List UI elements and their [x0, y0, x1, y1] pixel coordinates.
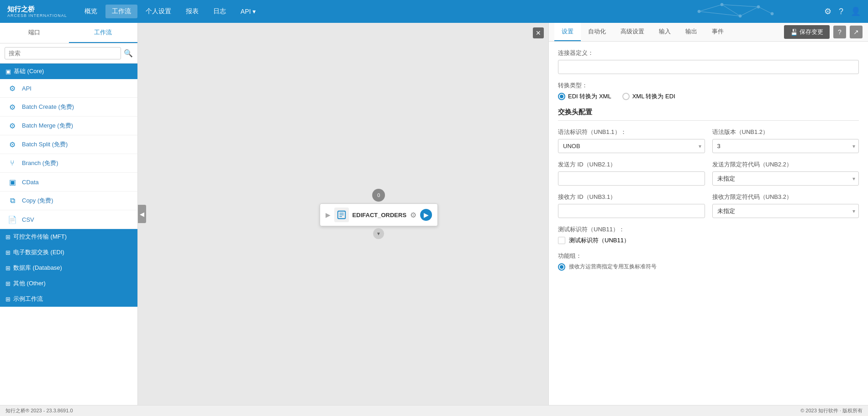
sidebar-item-branch[interactable]: ⑂ Branch (免费)	[0, 154, 137, 173]
sample-section-icon: ⊞	[5, 296, 11, 303]
sidebar-item-batch-merge[interactable]: ⚙ Batch Merge (免费)	[0, 117, 137, 135]
node-title: EDIFACT_ORDERS	[352, 212, 406, 219]
panel-tabs: 设置 自动化 高级设置 输入 输出 事件 💾 保存变更 ? ↗	[549, 23, 868, 42]
receiver-row: 接收方 ID（UNB3.1） 接收方限定符代码（UNB3.2） 未指定 ▾	[558, 193, 859, 225]
nav-api[interactable]: API ▾	[234, 5, 263, 18]
syntax-version-select[interactable]: 3	[712, 139, 859, 153]
panel-content: 连接器定义： 转换类型： EDI 转换为 XML XML 转换为 EDI	[549, 42, 868, 405]
sidebar-section-database[interactable]: ⊞ 数据库 (Database)	[0, 260, 137, 276]
tab-workflow[interactable]: 工作流	[69, 23, 138, 43]
batch-split-label: Batch Split (免费)	[22, 140, 68, 149]
branch-label: Branch (免费)	[22, 159, 58, 167]
tab-events[interactable]: 事件	[705, 23, 731, 41]
panel-external-button[interactable]: ↗	[850, 26, 863, 38]
sidebar-section-sample[interactable]: ⊞ 示例工作流	[0, 291, 137, 307]
panel-actions: 💾 保存变更 ? ↗	[784, 25, 863, 39]
receiver-id-field: 接收方 ID（UNB3.1）	[558, 193, 705, 218]
nav-overview[interactable]: 概览	[78, 5, 104, 18]
sidebar-item-cdata[interactable]: ▣ CData	[0, 173, 137, 192]
tab-input[interactable]: 输入	[652, 23, 678, 41]
edi-section-icon: ⊞	[5, 249, 11, 256]
syntax-id-select[interactable]: UNOB	[558, 139, 705, 153]
connector-input[interactable]	[558, 60, 859, 74]
gear-icon[interactable]: ⚙	[824, 6, 831, 16]
sidebar-section-other[interactable]: ⊞ 其他 (Other)	[0, 276, 137, 291]
tab-output[interactable]: 输出	[678, 23, 705, 41]
csv-label: CSV	[22, 216, 34, 223]
syntax-version-field: 语法版本（UNB1.2） 3 ▾	[712, 128, 859, 153]
syntax-id-select-wrapper: UNOB ▾	[558, 139, 705, 153]
syntax-row: 语法标识符（UNB1.1）： UNOB ▾ 语法版本（UNB1.2） 3	[558, 128, 859, 160]
radio-edi-to-xml[interactable]: EDI 转换为 XML	[558, 92, 611, 101]
sidebar-section-mft[interactable]: ⊞ 可控文件传输 (MFT)	[0, 229, 137, 245]
sidebar-item-batch-split[interactable]: ⚙ Batch Split (免费)	[0, 135, 137, 154]
save-changes-button[interactable]: 💾 保存变更	[784, 25, 830, 39]
tab-settings[interactable]: 设置	[554, 23, 581, 41]
radio-edi-xml-indicator	[558, 93, 565, 100]
sender-id-input[interactable]	[558, 171, 705, 186]
sender-qualifier-select-wrapper: 未指定 ▾	[712, 171, 859, 186]
nav-log[interactable]: 日志	[207, 5, 232, 18]
main-layout: 端口 工作流 🔍 ▣ 基础 (Core) ⚙ API ⚙ Batch Creat…	[0, 23, 868, 405]
nav-report[interactable]: 报表	[179, 5, 205, 18]
syntax-id-label: 语法标识符（UNB1.1）：	[558, 128, 705, 136]
canvas-toggle-button[interactable]: ◀	[138, 205, 146, 223]
batch-merge-icon: ⚙	[7, 121, 17, 131]
section-icon: ▣	[5, 68, 11, 75]
sidebar-section-edi[interactable]: ⊞ 电子数据交换 (EDI)	[0, 245, 137, 260]
receiver-id-input[interactable]	[558, 204, 705, 218]
sidebar-tabs: 端口 工作流	[0, 23, 137, 43]
receiver-qualifier-field: 接收方限定符代码（UNB3.2） 未指定 ▾	[712, 193, 859, 218]
test-indicator-field: 测试标识符（UNB11）： 测试标识符（UNB11）	[558, 225, 859, 245]
node-box[interactable]: ▶ EDIFACT_ORDERS ⚙ ▶	[320, 203, 438, 226]
functional-group-field: 功能组： 接收方运营商指定专用互换标准符号	[558, 252, 859, 271]
tab-automation[interactable]: 自动化	[581, 23, 613, 41]
sidebar-item-batch-create[interactable]: ⚙ Batch Create (免费)	[0, 98, 137, 117]
test-indicator-checkbox-item[interactable]: 测试标识符（UNB11）	[558, 236, 859, 245]
panel-help-button[interactable]: ?	[833, 26, 846, 38]
nav-personal-settings[interactable]: 个人设置	[139, 5, 178, 18]
node-expand-down-button[interactable]: ▾	[373, 228, 384, 239]
functional-group-label: 功能组：	[558, 252, 859, 260]
radio-xml-to-edi[interactable]: XML 转换为 EDI	[622, 92, 675, 101]
sidebar-item-api[interactable]: ⚙ API	[0, 79, 137, 98]
svg-line-8	[758, 7, 772, 14]
sender-id-label: 发送方 ID（UNB2.1）	[558, 160, 705, 169]
test-indicator-section-label: 测试标识符（UNB11）：	[558, 225, 859, 234]
receiver-qualifier-select[interactable]: 未指定	[712, 204, 859, 218]
canvas-close-button[interactable]: ✕	[533, 27, 544, 38]
sidebar-section-core[interactable]: ▣ 基础 (Core)	[0, 64, 137, 79]
receiver-qualifier-label: 接收方限定符代码（UNB3.2）	[712, 193, 859, 201]
node-next-button[interactable]: ▶	[420, 209, 432, 221]
node-bottom-connector: ▾	[320, 228, 438, 239]
logo-main: 知行之桥	[7, 5, 67, 13]
tab-advanced[interactable]: 高级设置	[613, 23, 652, 41]
functional-group-row: 接收方运营商指定专用互换标准符号	[558, 263, 859, 271]
user-icon[interactable]: 👤	[851, 6, 861, 16]
node-gear-icon[interactable]: ⚙	[410, 211, 416, 219]
node-badge: 0	[372, 189, 385, 202]
help-icon[interactable]: ?	[839, 7, 843, 16]
receiver-id-label: 接收方 ID（UNB3.1）	[558, 193, 705, 201]
section-label: 基础 (Core)	[14, 67, 44, 75]
sender-qualifier-select[interactable]: 未指定	[712, 171, 859, 186]
sidebar-item-csv[interactable]: 📄 CSV	[0, 210, 137, 229]
nav-workflow[interactable]: 工作流	[105, 5, 137, 18]
test-indicator-checkbox[interactable]	[558, 237, 565, 244]
transform-type-label: 转换类型：	[558, 81, 859, 90]
node-expand-icon[interactable]: ▶	[326, 211, 331, 219]
copy-label: Copy (免费)	[22, 197, 53, 205]
search-button[interactable]: 🔍	[124, 49, 133, 58]
footer-right: © 2023 知行软件 · 版权所有	[800, 407, 863, 414]
sidebar-item-copy[interactable]: ⧉ Copy (免费)	[0, 192, 137, 210]
logo-sub: ARCESB INTERNATIONAL	[7, 13, 67, 18]
copy-icon: ⧉	[7, 196, 17, 206]
cdata-label: CData	[22, 179, 39, 186]
transform-type-radio-group: EDI 转换为 XML XML 转换为 EDI	[558, 92, 859, 101]
search-input[interactable]	[5, 47, 121, 59]
functional-group-radio[interactable]	[558, 263, 565, 271]
tab-port[interactable]: 端口	[0, 23, 69, 43]
api-icon: ⚙	[7, 83, 17, 93]
nav-right-icons: ⚙ ? 👤	[824, 6, 861, 16]
sender-row: 发送方 ID（UNB2.1） 发送方限定符代码（UNB2.2） 未指定 ▾	[558, 160, 859, 193]
